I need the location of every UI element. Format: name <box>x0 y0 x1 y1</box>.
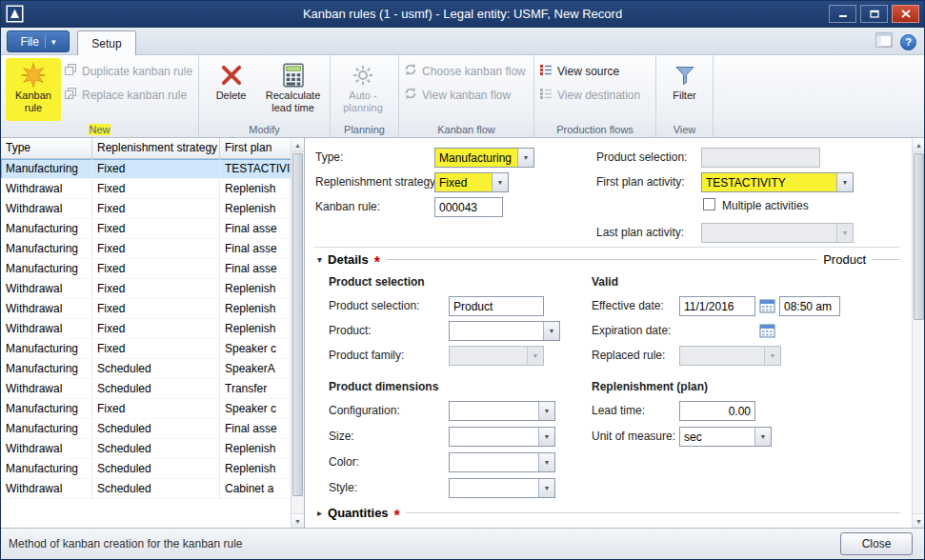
chevron-down-icon[interactable]: ▼ <box>836 224 853 242</box>
effective-time-field[interactable]: 08:50 am <box>779 296 840 316</box>
product-label: Product: <box>329 324 372 337</box>
maximize-button[interactable] <box>860 5 888 23</box>
cell-type: Manufacturing <box>1 359 92 379</box>
quantities-section-header[interactable]: ▸ Quantities * <box>317 506 900 520</box>
choose-kanban-flow-button[interactable]: Choose kanban flow <box>404 63 526 79</box>
column-header-first-plan[interactable]: First plan <box>220 138 292 158</box>
view-kanban-flow-button[interactable]: View kanban flow <box>404 87 526 103</box>
product-select[interactable]: ▼ <box>449 321 560 341</box>
table-row[interactable]: WithdrawalScheduledCabinet a <box>1 479 292 499</box>
configuration-select[interactable]: ▼ <box>449 401 555 421</box>
cell-replenishment-strategy: Fixed <box>92 239 220 259</box>
scroll-down-icon[interactable]: ▼ <box>913 513 925 528</box>
table-row[interactable]: WithdrawalScheduledTransfer <box>1 379 292 399</box>
cell-replenishment-strategy: Fixed <box>92 299 220 319</box>
table-row[interactable]: ManufacturingFixedTESTACTIVITY <box>1 159 292 179</box>
scroll-up-icon[interactable]: ▲ <box>913 138 925 152</box>
first-plan-activity-select[interactable]: TESTACTIVITY ▼ <box>701 172 854 192</box>
cell-replenishment-strategy: Scheduled <box>92 359 220 379</box>
unit-of-measure-select[interactable]: sec ▼ <box>679 427 772 447</box>
scroll-up-icon[interactable]: ▲ <box>292 138 304 152</box>
form-scrollbar[interactable]: ▲ ▼ <box>912 138 925 528</box>
chevron-down-icon[interactable]: ▼ <box>492 173 508 191</box>
effective-date-field[interactable]: 11/1/2016 <box>679 296 755 316</box>
product-family-select[interactable]: ▼ <box>449 346 544 366</box>
size-select[interactable]: ▼ <box>449 427 555 447</box>
table-row[interactable]: WithdrawalScheduledReplenish <box>1 439 292 459</box>
chevron-down-icon[interactable]: ▼ <box>538 402 554 420</box>
table-row[interactable]: ManufacturingFixedSpeaker c <box>1 399 292 419</box>
replace-kanban-rule-button[interactable]: Replace kanban rule <box>64 87 192 103</box>
window-close-button[interactable] <box>892 5 919 23</box>
table-row[interactable]: WithdrawalFixedReplenish <box>1 299 292 319</box>
column-header-replenishment-strategy[interactable]: Replenishment strategy <box>92 138 220 158</box>
chevron-down-icon[interactable]: ▼ <box>836 173 853 191</box>
new-group-stack: Duplicate kanban rule Replace kanban rul… <box>64 63 192 103</box>
details-section-header[interactable]: ▾ Details * Product <box>317 252 900 267</box>
replenishment-strategy-select[interactable]: Fixed ▼ <box>434 172 509 192</box>
chevron-down-icon[interactable]: ▼ <box>527 347 543 365</box>
view-source-button[interactable]: View source <box>539 63 640 79</box>
type-select[interactable]: Manufacturing ▼ <box>434 148 534 168</box>
table-row[interactable]: WithdrawalFixedReplenish <box>1 199 292 219</box>
table-row[interactable]: ManufacturingScheduledSpeakerA <box>1 359 292 379</box>
kanban-rule-button[interactable]: Kanban rule <box>6 58 61 121</box>
close-button[interactable]: Close <box>840 532 913 555</box>
chevron-down-icon[interactable]: ▼ <box>543 322 559 340</box>
table-row[interactable]: ManufacturingFixedFinal asse <box>1 239 292 259</box>
auto-planning-button[interactable]: Auto - planning <box>335 58 391 121</box>
chevron-down-icon[interactable]: ▼ <box>538 428 554 446</box>
color-select[interactable]: ▼ <box>449 452 555 472</box>
recalculate-lead-time-button[interactable]: Recalculate lead time <box>261 58 325 121</box>
cell-replenishment-strategy: Fixed <box>92 399 220 419</box>
effective-date-label: Effective date: <box>592 299 664 312</box>
calendar-icon[interactable] <box>759 298 775 313</box>
product-selection-top-field[interactable] <box>701 148 820 168</box>
cell-first-plan: TESTACTIVITY <box>220 159 292 179</box>
replaced-rule-select[interactable]: ▼ <box>679 346 781 366</box>
table-row[interactable]: ManufacturingScheduledFinal asse <box>1 419 292 439</box>
scrollbar-thumb[interactable] <box>914 153 924 320</box>
table-row[interactable]: WithdrawalFixedReplenish <box>1 319 292 339</box>
grid-scrollbar[interactable]: ▲ ▼ <box>291 138 304 528</box>
cell-type: Manufacturing <box>1 239 92 259</box>
statusbar: Method of kanban creation for the kanban… <box>1 528 924 559</box>
table-row[interactable]: ManufacturingFixedSpeaker c <box>1 339 292 359</box>
lead-time-field[interactable]: 0.00 <box>679 401 755 421</box>
column-header-type[interactable]: Type <box>1 138 92 158</box>
kanban-rule-label: Kanban rule: <box>315 200 380 213</box>
help-icon[interactable]: ? <box>900 34 916 50</box>
scroll-down-icon[interactable]: ▼ <box>292 513 304 528</box>
delete-button[interactable]: Delete <box>204 58 258 121</box>
divider <box>45 35 46 49</box>
product-family-label: Product family: <box>329 349 404 362</box>
size-label: Size: <box>329 430 354 443</box>
table-row[interactable]: WithdrawalFixedReplenish <box>1 279 292 299</box>
style-select[interactable]: ▼ <box>449 478 555 498</box>
last-plan-activity-select[interactable]: ▼ <box>701 223 854 243</box>
filter-button[interactable]: Filter <box>661 58 708 121</box>
replenishment-strategy-label: Replenishment strategy: <box>315 175 438 189</box>
chevron-down-icon[interactable]: ▼ <box>538 453 554 471</box>
scrollbar-thumb[interactable] <box>292 153 303 496</box>
product-selection-field[interactable]: Product <box>449 296 544 316</box>
minimize-button[interactable] <box>829 5 856 23</box>
table-row[interactable]: ManufacturingFixedFinal asse <box>1 219 292 239</box>
cell-type: Manufacturing <box>1 259 92 279</box>
kanban-rule-field[interactable]: 000043 <box>434 197 503 217</box>
table-row[interactable]: ManufacturingScheduledReplenish <box>1 459 292 479</box>
table-row[interactable]: ManufacturingFixedFinal asse <box>1 259 292 279</box>
file-menu-button[interactable]: File ▾ <box>7 30 70 52</box>
window-layout-icon[interactable] <box>875 32 893 51</box>
calendar-icon[interactable] <box>759 323 775 338</box>
table-row[interactable]: WithdrawalFixedReplenish <box>1 179 292 199</box>
chevron-down-icon[interactable]: ▼ <box>538 479 554 497</box>
chevron-down-icon[interactable]: ▼ <box>517 149 533 167</box>
tab-setup[interactable]: Setup <box>77 30 136 56</box>
cell-type: Withdrawal <box>1 179 92 199</box>
chevron-down-icon[interactable]: ▼ <box>764 347 780 365</box>
multiple-activities-checkbox[interactable] <box>703 198 715 210</box>
chevron-down-icon[interactable]: ▼ <box>754 428 771 446</box>
duplicate-kanban-rule-button[interactable]: Duplicate kanban rule <box>64 63 192 79</box>
view-destination-button[interactable]: View destination <box>539 87 640 103</box>
